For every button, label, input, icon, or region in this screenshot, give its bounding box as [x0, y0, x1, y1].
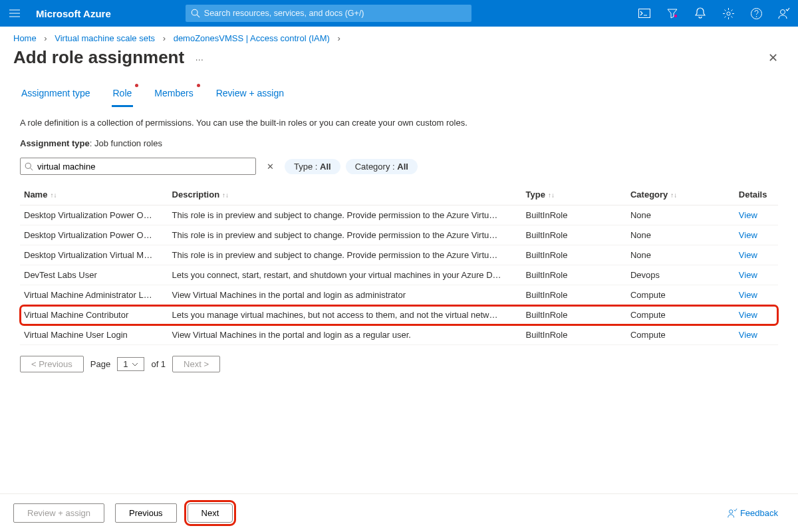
table-row[interactable]: DevTest Labs UserLets you connect, start… [20, 265, 778, 285]
cell-desc: View Virtual Machines in the portal and … [168, 325, 522, 345]
settings-icon[interactable] [722, 7, 734, 19]
tab-review[interactable]: Review + assign [215, 84, 285, 107]
topbar-actions [638, 7, 790, 19]
wizard-tabs: Assignment type Role Members Review + as… [0, 84, 798, 107]
cell-type: BuiltInRole [522, 325, 626, 345]
col-description[interactable]: Description↑↓ [168, 184, 522, 205]
table-row[interactable]: Desktop Virtualization Power O…This role… [20, 205, 778, 225]
role-filter-input[interactable] [37, 162, 251, 172]
cell-category: None [626, 225, 735, 245]
cell-name: Virtual Machine User Login [20, 325, 168, 345]
svg-point-7 [25, 163, 31, 168]
svg-point-8 [729, 509, 732, 513]
cell-name: Virtual Machine Administrator L… [20, 285, 168, 305]
cell-name: Desktop Virtualization Power O… [20, 205, 168, 225]
notifications-icon[interactable] [694, 7, 706, 19]
cloud-shell-icon[interactable] [638, 7, 650, 19]
view-link[interactable]: View [735, 225, 778, 245]
table-row[interactable]: Virtual Machine Administrator L…View Vir… [20, 285, 778, 305]
global-search[interactable] [186, 5, 471, 22]
crumb-iam[interactable]: demoZonesVMSS | Access control (IAM) [174, 33, 330, 43]
view-link[interactable]: View [735, 245, 778, 265]
svg-point-0 [192, 9, 198, 15]
pager-prev[interactable]: < Previous [20, 356, 84, 372]
page-title: Add role assignment [13, 47, 184, 68]
cell-category: Compute [626, 305, 735, 325]
page-of: of 1 [151, 359, 166, 369]
cell-category: None [626, 245, 735, 265]
view-link[interactable]: View [735, 325, 778, 345]
cell-name: DevTest Labs User [20, 265, 168, 285]
assignment-type-value: Job function roles [94, 138, 162, 148]
page-label: Page [90, 359, 110, 369]
page-header: Add role assignment … ✕ [0, 43, 798, 84]
col-details: Details [735, 184, 778, 205]
filter-row: ✕ Type : All Category : All [20, 158, 778, 175]
cell-type: BuiltInRole [522, 285, 626, 305]
svg-rect-1 [639, 9, 650, 18]
chevron-right-icon: › [39, 33, 52, 43]
cell-category: Compute [626, 325, 735, 345]
close-icon[interactable]: ✕ [768, 51, 785, 65]
chevron-right-icon: › [158, 33, 171, 43]
hamburger-icon[interactable] [8, 7, 21, 20]
assignment-type-line: Assignment type: Job function roles [20, 138, 778, 148]
search-icon [191, 9, 200, 18]
col-type[interactable]: Type↑↓ [522, 184, 626, 205]
view-link[interactable]: View [735, 265, 778, 285]
filter-icon[interactable] [666, 7, 678, 19]
pager-next[interactable]: Next > [172, 356, 220, 372]
global-search-input[interactable] [204, 9, 466, 18]
cell-desc: View Virtual Machines in the portal and … [168, 285, 522, 305]
cell-type: BuiltInRole [522, 245, 626, 265]
cell-type: BuiltInRole [522, 225, 626, 245]
crumb-vmss[interactable]: Virtual machine scale sets [55, 33, 155, 43]
page-select[interactable]: 1 [117, 357, 144, 371]
view-link[interactable]: View [735, 305, 778, 325]
person-icon [727, 508, 737, 519]
table-row[interactable]: Virtual Machine User LoginView Virtual M… [20, 325, 778, 345]
svg-point-3 [726, 11, 730, 15]
cell-desc: This role is in preview and subject to c… [168, 245, 522, 265]
more-icon[interactable]: … [195, 53, 205, 63]
category-filter-pill[interactable]: Category : All [346, 159, 418, 174]
tab-role[interactable]: Role [112, 84, 134, 107]
assignment-type-label: Assignment type [20, 138, 90, 148]
feedback-icon[interactable] [778, 7, 790, 19]
help-icon[interactable] [750, 7, 762, 19]
wizard-footer: Review + assign Previous Next Feedback [0, 493, 798, 532]
cell-name: Desktop Virtualization Power O… [20, 225, 168, 245]
cell-desc: Lets you manage virtual machines, but no… [168, 305, 522, 325]
cell-desc: This role is in preview and subject to c… [168, 205, 522, 225]
role-filter-input-wrap[interactable] [20, 158, 256, 175]
cell-category: Devops [626, 265, 735, 285]
view-link[interactable]: View [735, 285, 778, 305]
col-category[interactable]: Category↑↓ [626, 184, 735, 205]
cell-name: Desktop Virtualization Virtual M… [20, 245, 168, 265]
cell-desc: This role is in preview and subject to c… [168, 225, 522, 245]
feedback-link[interactable]: Feedback [727, 508, 785, 519]
table-row[interactable]: Desktop Virtualization Power O…This role… [20, 225, 778, 245]
chevron-down-icon [132, 362, 138, 366]
review-assign-button[interactable]: Review + assign [13, 503, 104, 523]
svg-point-6 [781, 10, 785, 15]
cell-desc: Lets you connect, start, restart, and sh… [168, 265, 522, 285]
type-filter-pill[interactable]: Type : All [285, 159, 340, 174]
previous-button[interactable]: Previous [115, 503, 177, 523]
table-row[interactable]: Virtual Machine ContributorLets you mana… [20, 305, 778, 325]
roles-table: Name↑↓ Description↑↓ Type↑↓ Category↑↓ D… [20, 184, 778, 345]
table-row[interactable]: Desktop Virtualization Virtual M…This ro… [20, 245, 778, 265]
breadcrumb: Home › Virtual machine scale sets › demo… [0, 27, 798, 43]
cell-type: BuiltInRole [522, 305, 626, 325]
chevron-right-icon: › [332, 33, 346, 43]
cell-type: BuiltInRole [522, 265, 626, 285]
view-link[interactable]: View [735, 205, 778, 225]
cell-type: BuiltInRole [522, 205, 626, 225]
crumb-home[interactable]: Home [13, 33, 37, 43]
col-name[interactable]: Name↑↓ [20, 184, 168, 205]
tab-members[interactable]: Members [153, 84, 194, 107]
clear-filter-icon[interactable]: ✕ [261, 162, 279, 172]
tab-assignment-type[interactable]: Assignment type [20, 84, 92, 107]
next-button[interactable]: Next [188, 503, 233, 523]
cell-category: Compute [626, 285, 735, 305]
